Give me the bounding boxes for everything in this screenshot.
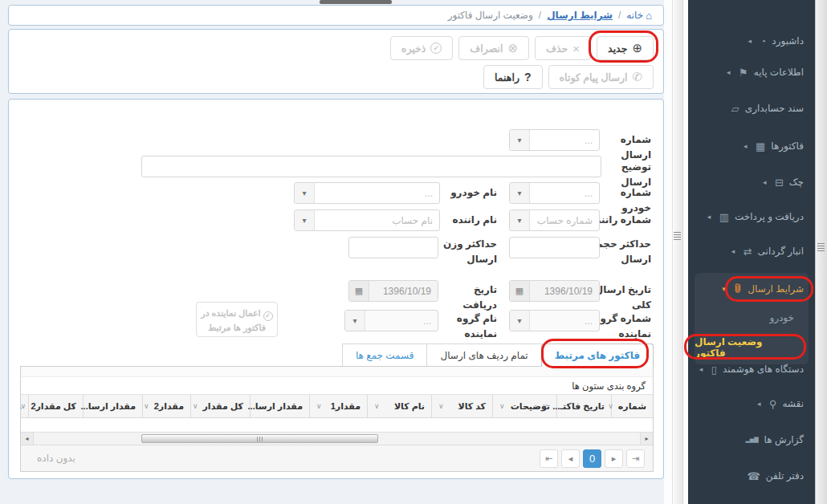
tab-related-invoices[interactable]: فاکتور های مرتبط — [541, 343, 654, 367]
calendar-icon[interactable]: ▦ — [510, 281, 530, 301]
column-header-invoice-date[interactable]: تاریخ فاکتـ...∨ — [556, 395, 611, 417]
send-description-field[interactable] — [141, 156, 601, 177]
sidebar-item-map[interactable]: ◂ ⚲ نقشه — [695, 395, 804, 413]
sidebar-item-reports[interactable]: ▂▅▇ گزارش ها — [695, 431, 804, 449]
driver-number-input[interactable] — [530, 210, 599, 230]
right-scrollbar[interactable] — [815, 0, 827, 504]
max-volume-field[interactable] — [509, 237, 600, 258]
send-description-input[interactable] — [142, 156, 601, 177]
max-volume-input[interactable] — [510, 238, 599, 258]
max-weight-input[interactable] — [349, 238, 438, 258]
receive-date-picker[interactable]: ▦ — [348, 280, 438, 302]
tab-totals-section[interactable]: قسمت جمع ها — [342, 343, 427, 367]
new-button[interactable]: ⊕ جدید — [597, 36, 654, 60]
send-number-combobox[interactable]: ▾ — [509, 129, 600, 151]
rep-group-name-input[interactable] — [365, 311, 438, 331]
related-invoices-grid: گروه بندی ستون ها شماره∨ تاریخ فاکتـ...∨… — [20, 366, 654, 472]
chevron-down-icon[interactable]: ∨ — [193, 402, 198, 410]
vehicle-number-combobox[interactable]: ▾ — [509, 182, 600, 204]
chevron-down-icon[interactable]: ▾ — [510, 210, 530, 230]
sidebar-item-accounting-document[interactable]: ▱ سند حسابداری — [695, 100, 804, 117]
column-header-total-quantity[interactable]: کل مقدار∨ — [190, 395, 250, 417]
chevron-down-icon[interactable]: ∨ — [438, 402, 444, 410]
column-header-item-name[interactable]: نام کالا∨ — [367, 395, 431, 417]
column-header-total-quantity2[interactable]: کل مقدار2∨ — [28, 395, 83, 417]
chevron-down-icon[interactable]: ∨ — [374, 402, 380, 410]
chevron-down-icon[interactable]: ∨ — [144, 402, 149, 410]
chevron-left-icon: ◂ — [731, 247, 738, 255]
x-icon: × — [572, 42, 580, 55]
top-horizontal-scrollbar-thumb[interactable] — [320, 0, 392, 4]
chevron-down-icon[interactable]: ∨ — [316, 402, 322, 410]
sidebar-item-cheque[interactable]: ◂ ⊟ چک — [695, 173, 804, 191]
chevron-down-icon[interactable]: ∨ — [499, 402, 505, 410]
vehicle-name-combobox[interactable]: ▾ — [294, 182, 440, 204]
receive-date-input[interactable] — [369, 281, 438, 301]
sidebar-item-invoice-shipping-status[interactable]: وضعیت ارسال فاکتور — [695, 339, 794, 356]
delete-button[interactable]: × حذف — [535, 36, 591, 60]
column-header-sent-quantity2[interactable]: مقدار ارسا...∨ — [83, 395, 142, 417]
max-weight-field[interactable] — [348, 237, 438, 258]
sidebar-item-label: سند حسابداری — [745, 103, 804, 114]
rep-group-number-input[interactable] — [530, 311, 599, 331]
column-header-quantity1[interactable]: مقدار1∨ — [309, 395, 367, 417]
column-header-quantity2[interactable]: مقدار2∨ — [142, 395, 190, 417]
scrollbar-thumb[interactable] — [141, 434, 378, 443]
column-header-descriptions[interactable]: توضیحات∨ — [492, 395, 556, 417]
scroll-right-arrow-icon[interactable]: ▸ — [640, 433, 653, 445]
vehicle-number-input[interactable] — [530, 183, 599, 203]
cancel-button[interactable]: ⊗ انصراف — [458, 36, 529, 60]
breadcrumb-home-link[interactable]: ⌂ خانه — [626, 10, 652, 22]
sidebar-item-basic-info[interactable]: ◂ ⚑ اطلاعات پایه — [695, 63, 804, 81]
sidebar-item-receive-payment[interactable]: ◂ ▥ دریافت و پرداخت — [695, 208, 804, 226]
apply-representative-button[interactable]: ✓اعمال نماینده در فاکتور ها مرتبط — [196, 302, 278, 337]
chevron-down-icon[interactable]: ▾ — [295, 210, 315, 230]
grid-group-panel[interactable]: گروه بندی ستون ها — [21, 377, 653, 394]
pager-first-button[interactable]: ⇤ — [540, 449, 558, 468]
breadcrumb-section-link[interactable]: شرایط ارسال — [547, 10, 613, 21]
pager-current-page[interactable]: 0 — [583, 449, 601, 468]
save-button[interactable]: ✓ ذخیره — [390, 36, 454, 60]
sidebar-item-shipping-conditions[interactable]: ▾ شرایط ارسال — [695, 280, 804, 298]
chevron-down-icon[interactable]: ▾ — [510, 130, 530, 150]
splitter-grip-icon[interactable] — [674, 232, 681, 240]
calendar-icon[interactable]: ▦ — [349, 281, 369, 301]
splitter-grip-icon[interactable] — [817, 243, 825, 251]
chevron-down-icon[interactable]: ▾ — [295, 183, 315, 203]
sidebar-item-invoices[interactable]: ◂ ▦ فاکتورها — [695, 137, 804, 155]
sidebar-item-phone-book[interactable]: ☎ دفتر تلفن — [695, 467, 804, 485]
send-date-input[interactable] — [530, 281, 599, 301]
scroll-left-arrow-icon[interactable]: ◂ — [21, 433, 34, 445]
sidebar-menu: ◂ ◔ داشبورد ◂ ⚑ اطلاعات پایه ▱ سند حسابد… — [688, 0, 815, 504]
pager-previous-button[interactable]: ◂ — [561, 449, 580, 468]
sidebar-item-vehicle[interactable]: خودرو — [695, 309, 794, 327]
sidebar-item-smart-devices[interactable]: ◂ ▯ دستگاه های هوشمند — [695, 360, 804, 378]
send-number-input[interactable] — [530, 130, 599, 150]
chevron-down-icon[interactable]: ▾ — [510, 183, 530, 203]
send-date-picker[interactable]: ▦ — [509, 280, 600, 302]
column-header-item-code[interactable]: کد کالا∨ — [431, 395, 492, 417]
chevron-down-icon[interactable]: ▾ — [510, 311, 530, 331]
pager-last-button[interactable]: ⇥ — [626, 449, 645, 468]
column-header-sent-quantity1[interactable]: مقدار ارسا...∨ — [250, 395, 309, 417]
pager-next-button[interactable]: ▸ — [605, 449, 623, 468]
driver-number-combobox[interactable]: ▾ — [509, 209, 600, 231]
sidebar-item-dashboard[interactable]: ◂ ◔ داشبورد — [695, 32, 804, 50]
vertical-splitter[interactable] — [672, 0, 683, 504]
rep-group-name-combobox[interactable]: ▾ — [344, 310, 438, 331]
send-sms-button[interactable]: ✆ ارسال پیام کوتاه — [548, 65, 654, 89]
rep-group-number-combobox[interactable]: ▾ — [509, 310, 600, 331]
app-window: { "breadcrumb": { "home_icon": "⌂", "hom… — [0, 0, 827, 504]
column-header-weight[interactable]: وزن∨ — [21, 395, 28, 417]
tab-all-shipping-rows[interactable]: تمام ردیف های ارسال — [426, 343, 540, 367]
vehicle-name-input[interactable] — [315, 183, 439, 203]
driver-name-input[interactable] — [315, 210, 439, 230]
sidebar-item-label: اطلاعات پایه — [754, 67, 804, 78]
column-header-number[interactable]: شماره∨ — [611, 395, 653, 417]
grid-horizontal-scrollbar[interactable]: ◂ ▸ — [21, 432, 653, 445]
sidebar-item-label: گزارش ها — [764, 434, 804, 445]
chevron-down-icon[interactable]: ▾ — [345, 311, 365, 331]
driver-name-combobox[interactable]: ▾ — [294, 209, 440, 231]
help-button[interactable]: ? راهنما — [483, 65, 542, 89]
sidebar-item-inventory-counting[interactable]: ◂ ⇄ انبار گردانی — [695, 242, 804, 260]
